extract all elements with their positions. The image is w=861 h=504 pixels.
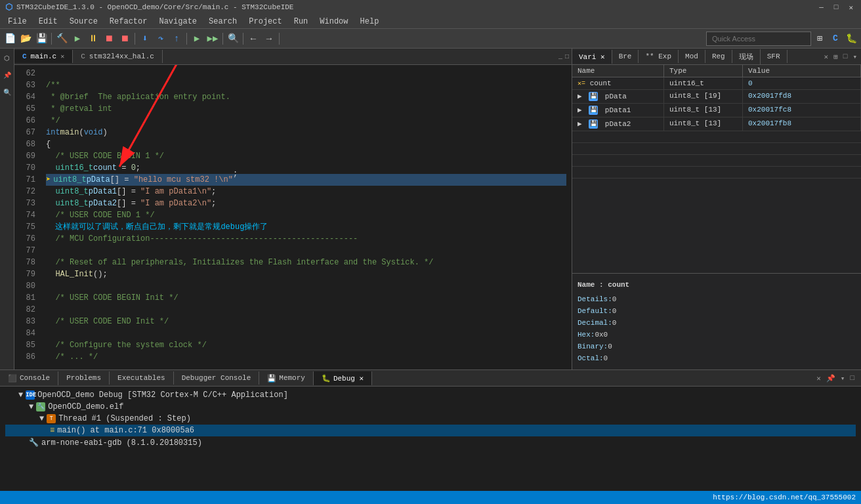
var-row-pdata[interactable]: ▶ 💾 pData uint8_t [19] 0x20017fd8 — [572, 90, 861, 104]
quick-access-input[interactable] — [706, 32, 811, 46]
code-line-77 — [46, 245, 566, 257]
tab-minimize[interactable]: _ — [558, 53, 562, 60]
toolbar-build[interactable]: 🔨 — [54, 32, 69, 46]
panel-icon-1[interactable]: ✕ — [823, 51, 830, 62]
panel-icon-4[interactable]: ▾ — [851, 51, 858, 62]
tab-close-main[interactable]: ✕ — [60, 52, 64, 60]
toolbar-search[interactable]: 🔍 — [226, 32, 240, 46]
debug-item-session[interactable]: ▼ IDE OpenOCD_demo Debug [STM32 Cortex-M… — [5, 389, 856, 401]
toolbar-step-over[interactable]: ↷ — [154, 32, 168, 46]
toolbar-step-return[interactable]: ↑ — [169, 32, 184, 46]
minimize-button[interactable]: — — [816, 3, 826, 12]
elf-expand[interactable]: ▼ — [29, 402, 33, 411]
toolbar-c-perspective[interactable]: C — [828, 32, 843, 46]
detail-details: Details:0 — [578, 293, 856, 305]
menu-source[interactable]: Source — [64, 16, 103, 28]
toolbar-sep-3 — [186, 33, 187, 45]
tab-maximize[interactable]: □ — [565, 53, 569, 60]
panel-icon-2[interactable]: ⊞ — [832, 51, 839, 62]
toolbar-run2[interactable]: ▶▶ — [205, 32, 220, 46]
menu-file[interactable]: File — [3, 16, 32, 28]
details-panel: Name : count Details:0 Default:0 Decimal… — [572, 273, 861, 369]
bottom-tab-debug[interactable]: 🐛Debug ✕ — [314, 371, 372, 385]
menu-project[interactable]: Project — [243, 16, 287, 28]
menu-refactor[interactable]: Refactor — [104, 16, 153, 28]
debug-tree: ▼ IDE OpenOCD_demo Debug [STM32 Cortex-M… — [0, 387, 861, 491]
sidebar-icon-3[interactable]: 🔍 — [0, 85, 14, 100]
toolbar-stop[interactable]: ⏹ — [102, 32, 116, 46]
detail-hex: Hex:0x0 — [578, 329, 856, 341]
debug-item-frame[interactable]: ≡ main() at main.c:71 0x80005a6 — [5, 425, 856, 436]
right-tab-live[interactable]: 现场 — [732, 49, 761, 64]
toolbar-back[interactable]: ← — [246, 32, 261, 46]
expand-pdata2[interactable]: ▶ — [578, 120, 582, 128]
var-icon-pdata: 💾 — [589, 92, 598, 101]
toolbar-step-into[interactable]: ⬇ — [138, 32, 152, 46]
var-type-pdata: uint8_t [19] — [664, 90, 743, 103]
toolbar-disconnect[interactable]: ⏹ — [117, 32, 132, 46]
right-tab-modules[interactable]: Mod — [679, 50, 705, 63]
bottom-maximize-icon[interactable]: □ — [849, 373, 856, 383]
right-tab-registers[interactable]: Reg — [705, 50, 732, 63]
toolbar-sep-4 — [222, 33, 223, 45]
toolbar-run-debug[interactable]: ▶ — [190, 32, 204, 46]
title-bar-controls[interactable]: — □ ✕ — [816, 3, 856, 12]
editor-tab-controls: _ □ — [558, 53, 572, 60]
menu-window[interactable]: Window — [314, 16, 353, 28]
toolbar-open[interactable]: 📂 — [18, 32, 33, 46]
bottom-tab-debugger-console[interactable]: Debugger Console — [174, 371, 260, 385]
code-line-75: 这样就可以了调试，断点自己加，剩下就是常规debug操作了 — [46, 221, 566, 233]
menu-run[interactable]: Run — [289, 16, 314, 28]
var-row-pdata2[interactable]: ▶ 💾 pData2 uint8_t [13] 0x20017fb8 — [572, 117, 861, 131]
code-line-66: */ — [46, 115, 566, 127]
toolbar-save[interactable]: 💾 — [34, 32, 49, 46]
var-row-count[interactable]: ✕= count uint16_t 0 — [572, 77, 861, 90]
maximize-button[interactable]: □ — [831, 3, 841, 12]
toolbar-forward[interactable]: → — [262, 32, 276, 46]
code-line-67: int main(void) — [46, 127, 566, 138]
bottom-tab-memory[interactable]: 💾Memory — [259, 371, 314, 385]
bottom-tab-executables[interactable]: Executables — [110, 371, 174, 385]
code-content[interactable]: /** * @brief The application entry point… — [41, 65, 572, 369]
expand-pdata1[interactable]: ▶ — [578, 106, 582, 114]
right-tab-breakpoints[interactable]: Bre — [612, 50, 639, 63]
toolbar-debug-perspective[interactable]: 🐛 — [844, 32, 858, 46]
toolbar-new[interactable]: 📄 — [3, 32, 17, 46]
tab-hal-c[interactable]: C stm32l4xx_hal.c — [73, 50, 163, 63]
bottom-tab-console[interactable]: ⬛Console — [0, 371, 58, 385]
toolbar-sep-2 — [135, 33, 135, 45]
code-line-76: /* MCU Configuration--------------------… — [46, 233, 566, 245]
sidebar-icon-2[interactable]: 📌 — [0, 68, 14, 83]
var-row-pdata1[interactable]: ▶ 💾 pData1 uint8_t [13] 0x20017fc8 — [572, 104, 861, 117]
gdb-label: arm-none-eabi-gdb (8.1.0.20180315) — [41, 438, 202, 448]
panel-icon-3[interactable]: □ — [842, 51, 849, 62]
bottom-tab-problems[interactable]: Problems — [58, 371, 110, 385]
debug-item-thread[interactable]: ▼ T Thread #1 (Suspended : Step) — [5, 413, 856, 425]
debug-item-gdb[interactable]: 🔧 arm-none-eabi-gdb (8.1.0.20180315) — [5, 436, 856, 449]
toolbar-pause[interactable]: ⏸ — [86, 32, 100, 46]
var-row-empty-1 — [572, 131, 861, 143]
var-type-pdata2: uint8_t [13] — [664, 117, 743, 131]
right-tab-variables[interactable]: Vari ✕ — [572, 50, 612, 64]
right-tab-sfr[interactable]: SFR — [761, 50, 788, 63]
menu-navigate[interactable]: Navigate — [154, 16, 202, 28]
session-expand[interactable]: ▼ — [18, 390, 23, 400]
bottom-pin-icon[interactable]: 📌 — [825, 373, 837, 384]
toolbar-perspective[interactable]: ⊞ — [812, 32, 827, 46]
var-name-pdata1: ▶ 💾 pData1 — [572, 104, 664, 117]
thread-expand[interactable]: ▼ — [39, 414, 44, 423]
debug-item-elf[interactable]: ▼ 🔧 OpenOCD_demo.elf — [5, 401, 856, 413]
right-tab-expressions[interactable]: ** Exp — [639, 50, 679, 63]
bottom-chevron-icon[interactable]: ▾ — [839, 373, 847, 384]
expand-pdata[interactable]: ▶ — [578, 93, 582, 100]
close-button[interactable]: ✕ — [846, 3, 856, 12]
menu-edit[interactable]: Edit — [33, 16, 63, 28]
toolbar-sep-1 — [51, 33, 52, 45]
tab-main-c[interactable]: C main.c ✕ — [14, 50, 73, 63]
menu-search[interactable]: Search — [203, 16, 242, 28]
sidebar-icon-1[interactable]: ⬡ — [0, 51, 14, 66]
toolbar-debug-run[interactable]: ▶ — [70, 32, 85, 46]
session-label: OpenOCD_demo Debug [STM32 Cortex-M C/C++… — [37, 390, 288, 400]
menu-help[interactable]: Help — [355, 16, 385, 28]
bottom-close-icon[interactable]: ✕ — [815, 373, 822, 384]
